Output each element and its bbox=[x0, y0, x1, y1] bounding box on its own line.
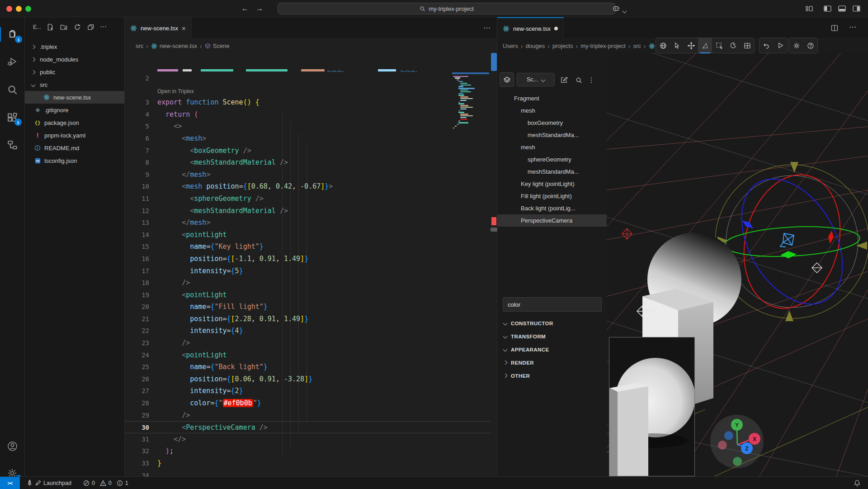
code-line[interactable]: 34 bbox=[125, 470, 491, 476]
scene-drawer-button[interactable] bbox=[500, 72, 514, 87]
navigate-forward-button[interactable]: → bbox=[254, 3, 265, 14]
new-file-icon[interactable] bbox=[46, 23, 55, 32]
code-line[interactable]: 17 intensity={5} bbox=[125, 265, 491, 277]
code-line[interactable]: 5 <> bbox=[125, 120, 491, 133]
file-tree-item[interactable]: {}package.json bbox=[25, 116, 124, 129]
activity-extensions-button[interactable]: 1 bbox=[0, 107, 24, 128]
triplex-more-actions-icon[interactable]: ⋯ bbox=[849, 23, 856, 31]
code-line[interactable]: 10 <mesh position={[0.68, 0.42, -0.67]}> bbox=[125, 180, 491, 193]
code-line[interactable]: 6 <mesh> bbox=[125, 133, 491, 145]
activity-explorer-button[interactable]: 1 bbox=[0, 24, 24, 45]
scene-more-actions-icon[interactable]: ⋮ bbox=[587, 75, 596, 85]
code-line[interactable]: 31 </> bbox=[125, 433, 491, 446]
file-tree-item[interactable]: src bbox=[25, 78, 124, 91]
code-line[interactable]: 4 return ( bbox=[125, 109, 491, 121]
prop-section-header[interactable]: CONSTRUCTOR bbox=[497, 317, 607, 330]
problems-item[interactable]: 0 0 1 bbox=[83, 480, 128, 486]
scene-tree-item[interactable]: PerspectiveCamera bbox=[497, 214, 607, 227]
select-tool-button[interactable] bbox=[670, 38, 684, 53]
code-line[interactable]: 23 /> bbox=[125, 337, 491, 349]
tab-close-icon[interactable]: × bbox=[182, 24, 186, 32]
codelens-open-in-triplex[interactable]: Open in Triplex bbox=[125, 85, 491, 97]
rotate-handle-green[interactable] bbox=[780, 251, 797, 259]
code-line[interactable]: 3export function Scene() { bbox=[125, 96, 491, 109]
code-line[interactable]: 21 position={[2.28, 0.91, 1.49]} bbox=[125, 313, 491, 325]
translate-tool-button[interactable] bbox=[684, 38, 698, 53]
command-center-search[interactable]: my-triplex-project bbox=[278, 3, 616, 14]
world-space-button[interactable] bbox=[656, 38, 670, 53]
code-line[interactable]: 8 <meshStandardMaterial /> bbox=[125, 157, 491, 169]
collapse-folders-icon[interactable] bbox=[86, 23, 95, 32]
lighting-toggle-button[interactable] bbox=[726, 38, 740, 53]
toggle-secondary-sidebar-icon[interactable] bbox=[852, 4, 861, 13]
code-line[interactable]: 2 bbox=[125, 72, 491, 85]
editor-more-actions-icon[interactable]: ⋯ bbox=[483, 24, 491, 32]
modified-dot-icon[interactable] bbox=[554, 27, 558, 30]
error-marker[interactable] bbox=[491, 217, 496, 225]
launchpad-item[interactable]: Launchpad bbox=[26, 480, 71, 486]
help-button[interactable] bbox=[803, 38, 817, 53]
light-helper-small-icon[interactable] bbox=[812, 263, 822, 273]
code-line[interactable]: 29 /> bbox=[125, 409, 491, 422]
breadcrumb-segment[interactable]: my-triplex-project bbox=[580, 43, 626, 49]
edit-component-button[interactable] bbox=[559, 75, 570, 85]
scene-tree-item[interactable]: boxGeometry bbox=[497, 117, 607, 129]
notifications-bell-icon[interactable] bbox=[854, 480, 861, 487]
code-line[interactable]: 32 ); bbox=[125, 445, 491, 457]
toggle-panel-icon[interactable] bbox=[837, 4, 846, 13]
scene-tree-item[interactable]: Fragment bbox=[497, 92, 607, 104]
navigate-back-button[interactable]: ← bbox=[240, 3, 250, 14]
axis-neg-z-ball[interactable] bbox=[724, 431, 733, 440]
component-select[interactable]: Sc... bbox=[517, 73, 555, 86]
scene-search-button[interactable] bbox=[573, 75, 584, 85]
code-line[interactable]: 20 name={"Fill light"} bbox=[125, 301, 491, 313]
code-line[interactable]: 25 name={"Back light"} bbox=[125, 361, 491, 373]
prop-section-header[interactable]: TRANSFORM bbox=[497, 330, 607, 343]
account-button[interactable] bbox=[0, 435, 24, 457]
scene-tree-item[interactable]: sphereGeometry bbox=[497, 153, 607, 166]
code-line[interactable]: 19 <pointLight bbox=[125, 289, 491, 301]
prop-section-header[interactable]: APPEARANCE bbox=[497, 343, 607, 356]
breadcrumb-segment[interactable]: Users bbox=[503, 43, 518, 49]
copilot-chevron-icon[interactable] bbox=[623, 6, 626, 14]
customize-layout-icon[interactable] bbox=[805, 4, 814, 13]
rotate-tool-button[interactable] bbox=[698, 38, 712, 53]
activity-run-debug-button[interactable] bbox=[0, 51, 24, 73]
file-tree-item[interactable]: node_modules bbox=[25, 53, 124, 66]
window-minimize-button[interactable] bbox=[16, 6, 22, 12]
undo-button[interactable] bbox=[760, 38, 774, 53]
split-editor-icon[interactable] bbox=[830, 24, 839, 33]
scene-tree-item[interactable]: meshStandardMa... bbox=[497, 166, 607, 178]
light-helper-red-icon[interactable] bbox=[622, 228, 632, 239]
explorer-more-actions-icon[interactable]: ⋯ bbox=[100, 23, 109, 32]
camera-helper-icon[interactable] bbox=[780, 233, 794, 247]
scene-tree-item[interactable]: mesh bbox=[497, 104, 607, 117]
code-line[interactable]: 30 <PerspectiveCamera /> bbox=[125, 421, 491, 433]
scene-tree-item[interactable]: meshStandardMa... bbox=[497, 129, 607, 141]
code-line[interactable]: 13 </mesh> bbox=[125, 217, 491, 229]
activity-triplex-button[interactable] bbox=[0, 134, 24, 156]
editor-tab[interactable]: new-scene.tsx × bbox=[125, 17, 192, 39]
breadcrumb-segment[interactable]: src bbox=[136, 43, 143, 49]
scene-tree-item[interactable]: Back light (pointLig... bbox=[497, 202, 607, 214]
file-tree-item[interactable]: !pnpm-lock.yaml bbox=[25, 129, 124, 142]
breadcrumb-segment[interactable]: douges bbox=[526, 43, 545, 49]
breadcrumb-segment[interactable]: src bbox=[633, 43, 641, 49]
copilot-icon[interactable] bbox=[611, 4, 621, 13]
remote-indicator[interactable]: >< bbox=[0, 477, 20, 489]
scale-tool-button[interactable] bbox=[712, 38, 726, 53]
code-line[interactable]: 22 intensity={4} bbox=[125, 325, 491, 337]
file-tree-item[interactable]: public bbox=[25, 66, 124, 78]
prop-section-header[interactable]: RENDER bbox=[497, 356, 607, 369]
prop-section-header[interactable]: OTHER bbox=[497, 369, 607, 382]
axis-neg-y-ball[interactable] bbox=[733, 457, 742, 466]
viewport-settings-button[interactable] bbox=[789, 38, 803, 53]
breadcrumb-segment[interactable]: Scene bbox=[205, 43, 230, 49]
triplex-tab[interactable]: new-scene.tsx bbox=[497, 17, 564, 39]
scrollbar-thumb[interactable] bbox=[491, 53, 497, 71]
code-line[interactable]: 28 color={"#ef0b0b"} bbox=[125, 397, 491, 409]
breadcrumb-segment[interactable]: new-scene.tsx bbox=[151, 43, 197, 49]
scroll-marker[interactable] bbox=[491, 228, 497, 232]
scene-tree-item[interactable]: Fill light (pointLight) bbox=[497, 190, 607, 202]
code-line[interactable]: 9 </mesh> bbox=[125, 169, 491, 181]
